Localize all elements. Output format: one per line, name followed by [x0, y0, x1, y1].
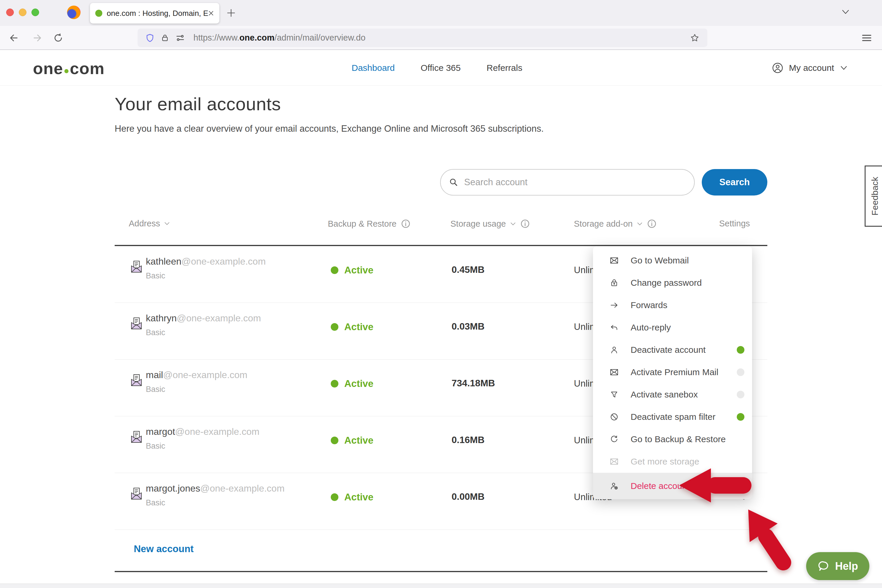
plan-label: Basic: [146, 442, 165, 451]
search-icon: [449, 177, 458, 187]
nav-referrals[interactable]: Referrals: [487, 63, 522, 73]
menu-item-deactivate-spam-filter[interactable]: Deactivate spam filter: [593, 406, 752, 428]
info-icon[interactable]: [520, 219, 530, 229]
menu-item-deactivate-account[interactable]: Deactivate account: [593, 339, 752, 361]
refresh-icon: [609, 435, 619, 444]
menu-item-label: Forwards: [631, 300, 668, 310]
active-dot-icon: [331, 494, 338, 501]
email-local-part: mail: [146, 369, 163, 380]
email-domain-part: @one-example.com: [182, 256, 266, 267]
menu-item-label: Change password: [631, 278, 702, 288]
browser-tab[interactable]: one.com : Hosting, Domain, Ema: [90, 3, 219, 24]
logo-dot-icon: [64, 69, 69, 73]
column-address-label: Address: [129, 219, 160, 228]
info-icon[interactable]: [647, 219, 657, 229]
status-label: Active: [344, 265, 374, 276]
active-dot-icon: [331, 436, 338, 444]
status-label: Active: [344, 321, 374, 333]
column-storage-usage[interactable]: Storage usage: [450, 219, 530, 229]
envelope-icon: [609, 368, 619, 377]
screen: one.com : Hosting, Domain, Ema: [0, 0, 882, 588]
email-envelope-icon: [129, 260, 144, 274]
url-bar[interactable]: https://www.one.com/admin/mail/overview.…: [138, 28, 707, 47]
menu-item-label: Go to Backup & Restore: [631, 434, 726, 444]
lock-icon[interactable]: [160, 33, 170, 43]
status-label: Active: [344, 492, 374, 503]
person-delete-icon: [609, 481, 619, 490]
forward-icon[interactable]: [31, 32, 42, 44]
menu-hamburger-icon[interactable]: [861, 33, 873, 43]
search-input[interactable]: [464, 177, 686, 188]
search-button[interactable]: Search: [702, 169, 767, 195]
reload-icon[interactable]: [52, 32, 64, 44]
my-account-menu[interactable]: My account: [771, 50, 848, 86]
menu-item-auto-reply[interactable]: Auto-reply: [593, 316, 752, 339]
info-icon[interactable]: [401, 219, 411, 229]
plan-label: Basic: [146, 272, 165, 280]
logo-text-com: com: [70, 59, 105, 78]
email-local-part: kathryn: [146, 313, 177, 323]
chevron-down-icon: [839, 65, 848, 71]
url-prefix: https://www.: [194, 33, 239, 42]
email-local-part: margot.jones: [146, 483, 200, 494]
browser-toolbar: https://www.one.com/admin/mail/overview.…: [0, 26, 882, 50]
permissions-icon[interactable]: [175, 33, 185, 43]
backup-status: Active: [331, 492, 374, 503]
sort-chevron-icon: [510, 222, 516, 226]
active-dot-icon: [331, 266, 338, 274]
minimize-window-button[interactable]: [19, 9, 27, 16]
new-tab-button[interactable]: [226, 8, 236, 18]
email-address[interactable]: margot.jones@one-example.com: [146, 483, 285, 494]
active-dot-icon: [331, 323, 338, 331]
menu-item-label: Auto-reply: [631, 322, 671, 333]
status-label: Active: [344, 378, 374, 389]
tab-title: one.com : Hosting, Domain, Ema: [107, 9, 208, 18]
url-text[interactable]: https://www.one.com/admin/mail/overview.…: [194, 33, 684, 43]
new-account-link[interactable]: New account: [134, 543, 194, 555]
reply-arrow-icon: [609, 323, 619, 332]
help-button[interactable]: Help: [806, 552, 869, 580]
email-domain-part: @one-example.com: [163, 369, 248, 380]
menu-item-activate-premium-mail[interactable]: Activate Premium Mail: [593, 361, 752, 383]
window-controls: [6, 9, 39, 16]
shield-icon[interactable]: [145, 33, 154, 43]
close-window-button[interactable]: [6, 9, 14, 16]
one-com-logo[interactable]: onecom: [33, 59, 105, 78]
storage-usage-value: 0.00MB: [452, 491, 484, 502]
zoom-window-button[interactable]: [32, 9, 39, 16]
plan-label: Basic: [146, 385, 165, 394]
close-tab-icon[interactable]: [208, 10, 214, 16]
sort-chevron-icon: [164, 222, 170, 225]
active-dot-icon: [331, 380, 338, 387]
feedback-tab[interactable]: Feedback: [865, 165, 882, 226]
tab-list-chevron-icon[interactable]: [840, 8, 851, 16]
nav-office-365[interactable]: Office 365: [421, 63, 461, 73]
menu-item-go-to-backup-restore[interactable]: Go to Backup & Restore: [593, 428, 752, 450]
email-address[interactable]: kathryn@one-example.com: [146, 313, 261, 324]
menu-item-go-to-webmail[interactable]: Go to Webmail: [593, 249, 752, 272]
storage-usage-value: 734.18MB: [452, 378, 495, 388]
tab-favicon-icon: [95, 10, 102, 17]
column-address[interactable]: Address: [129, 219, 170, 228]
column-storage-addon[interactable]: Storage add-on: [574, 219, 657, 229]
lock-icon: [609, 278, 619, 288]
email-address[interactable]: margot@one-example.com: [146, 426, 259, 437]
menu-item-forwards[interactable]: Forwards: [593, 294, 752, 316]
menu-item-change-password[interactable]: Change password: [593, 272, 752, 294]
backup-status: Active: [331, 435, 374, 446]
envelope-icon: [609, 457, 619, 466]
email-address[interactable]: mail@one-example.com: [146, 369, 248, 380]
table-header: Address Backup & Restore Storage usage S…: [115, 213, 767, 235]
menu-item-activate-sanebox[interactable]: Activate sanebox: [593, 383, 752, 406]
plan-label: Basic: [146, 328, 165, 337]
main-nav: Dashboard Office 365 Referrals: [352, 50, 522, 86]
my-account-label: My account: [789, 63, 834, 73]
logo-text-one: one: [33, 59, 63, 78]
bookmark-star-icon[interactable]: [690, 33, 700, 43]
envelope-icon: [609, 256, 619, 265]
backup-status: Active: [331, 265, 374, 276]
back-icon[interactable]: [9, 32, 21, 44]
nav-dashboard[interactable]: Dashboard: [352, 63, 395, 73]
email-address[interactable]: kathleen@one-example.com: [146, 256, 266, 267]
chat-bubble-icon: [818, 560, 830, 573]
